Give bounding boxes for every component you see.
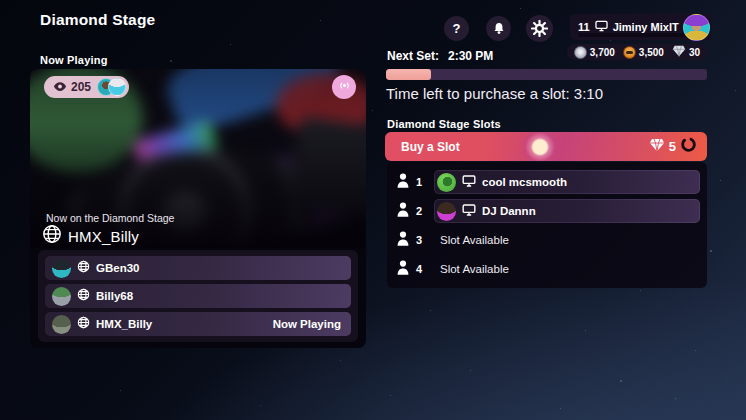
diamond-amount: 30 [689, 47, 700, 58]
next-set-progress-bar [386, 69, 707, 80]
monitor-icon [462, 173, 476, 191]
viewer-count-badge: 205 [44, 76, 129, 98]
slot-row-4: 4 Slot Available [395, 257, 700, 281]
queue-row-billy68[interactable]: Billy68 [45, 284, 351, 308]
queue-player-name: GBen30 [96, 262, 139, 274]
eye-icon [53, 78, 67, 96]
orange-coin-amount: 3,500 [639, 47, 664, 58]
buy-slot-label: Buy a Slot [385, 140, 460, 154]
currency-orange: 3,500 [623, 46, 664, 59]
queue-row-hmx-billy[interactable]: HMX_Billy Now Playing [45, 312, 351, 336]
currency-bar: 3,700 3,500 30 [567, 44, 707, 60]
globe-icon [77, 259, 90, 277]
next-set-time: 2:30 PM [448, 49, 493, 63]
currency-silver: 3,700 [574, 46, 615, 59]
avatar [52, 287, 71, 306]
avatar [437, 202, 456, 221]
buy-slot-cost: 5 [669, 139, 676, 154]
player-level: 11 [578, 21, 590, 33]
slot-player-name: cool mcsmooth [482, 176, 567, 188]
question-mark-icon: ? [453, 21, 461, 36]
notifications-button[interactable] [486, 16, 511, 41]
slot-row-2: 2 DJ Dannn [395, 199, 700, 223]
queue-player-name: Billy68 [96, 290, 133, 302]
slot-countdown-text: Time left to purchase a slot: 3:10 [386, 85, 603, 102]
monitor-icon [462, 202, 476, 220]
globe-icon [42, 224, 62, 248]
slot-available-text: Slot Available [440, 234, 509, 246]
starfield-bright [0, 0, 2, 2]
silver-coin-icon [574, 46, 587, 59]
broadcast-button[interactable] [332, 75, 356, 99]
person-icon [395, 172, 411, 193]
stream-preview[interactable]: 205 Now on the Diamond Stage HMX_Billy [30, 69, 366, 248]
bell-icon [492, 21, 506, 36]
now-playing-status: Now Playing [273, 318, 341, 330]
globe-icon [77, 315, 90, 333]
stage-caption: Now on the Diamond Stage [46, 212, 174, 224]
now-playing-card: 205 Now on the Diamond Stage HMX_Billy [30, 69, 366, 348]
slot-number: 4 [416, 263, 430, 275]
now-playing-label: Now Playing [40, 54, 108, 66]
next-set-progress-fill [386, 69, 431, 80]
currency-diamond: 30 [672, 45, 700, 59]
slot-occupied-pill[interactable]: cool mcsmooth [434, 170, 700, 194]
silver-coin-amount: 3,700 [590, 47, 615, 58]
player-name: Jiminy MixIT [613, 21, 679, 33]
player-avatar[interactable] [683, 14, 710, 41]
page-title: Diamond Stage [40, 11, 155, 29]
hold-ring-icon [680, 136, 697, 157]
buy-slot-button[interactable]: Buy a Slot 5 [385, 132, 707, 161]
current-dj-row: HMX_Billy [42, 224, 139, 248]
person-icon [395, 259, 411, 280]
avatar [52, 315, 71, 334]
viewer-count: 205 [71, 80, 91, 94]
slots-section-label: Diamond Stage Slots [387, 118, 501, 130]
avatar [52, 259, 71, 278]
diamond-icon [649, 138, 665, 156]
current-dj-name: HMX_Billy [68, 228, 139, 245]
slot-row-1: 1 cool mcsmooth [395, 170, 700, 194]
diamond-icon [672, 45, 686, 59]
settings-button[interactable] [526, 15, 553, 42]
slot-occupied-pill[interactable]: DJ Dannn [434, 199, 700, 223]
cursor-glow [521, 132, 559, 161]
person-icon [395, 230, 411, 251]
gear-icon [531, 20, 548, 37]
queue-row-gben30[interactable]: GBen30 [45, 256, 351, 280]
slot-player-name: DJ Dannn [482, 205, 536, 217]
next-set-row: Next Set: 2:30 PM [387, 49, 493, 63]
orange-coin-icon [623, 46, 636, 59]
queue-player-name: HMX_Billy [96, 318, 152, 330]
slot-number: 3 [416, 234, 430, 246]
slot-available-text: Slot Available [440, 263, 509, 275]
slot-number: 1 [416, 176, 430, 188]
help-button[interactable]: ? [444, 16, 469, 41]
stage-slots-panel: 1 cool mcsmooth 2 DJ Dannn 3 Slot Availa… [387, 162, 707, 288]
next-set-label: Next Set: [387, 49, 439, 63]
person-icon [395, 201, 411, 222]
slot-row-3: 3 Slot Available [395, 228, 700, 252]
viewer-avatar-2 [108, 78, 126, 96]
dj-queue-list: GBen30 Billy68 HMX_Billy Now Playing [38, 250, 358, 342]
xp-bar [578, 33, 696, 37]
slot-number: 2 [416, 205, 430, 217]
globe-icon [77, 287, 90, 305]
broadcast-icon [338, 78, 351, 96]
avatar [437, 173, 456, 192]
